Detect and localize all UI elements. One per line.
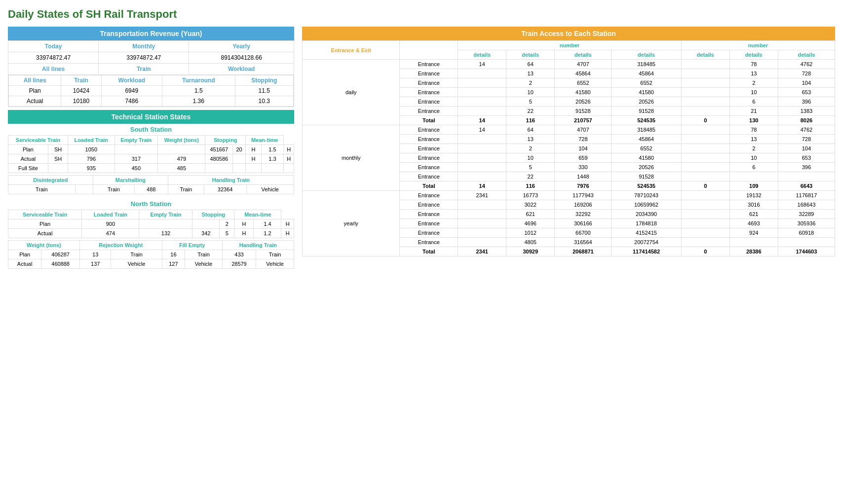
cell-c1: 2341: [458, 247, 506, 256]
cell-c6: 4693: [729, 219, 778, 228]
cell-c5: 0: [681, 181, 729, 191]
cell-c4: 20526: [612, 163, 681, 172]
south-actual-serviceable: 796: [68, 154, 115, 164]
north-col-rejection: Rejection Weight: [80, 241, 162, 250]
south-actual-loaded: 317: [115, 154, 158, 164]
north-plan-meantime-h: H: [281, 219, 294, 229]
north-actual-stopping: 5: [220, 229, 234, 238]
col-yearly: Yearly: [189, 41, 294, 52]
south-plan-meantime-h: H: [284, 145, 294, 154]
cell-c5: [681, 191, 729, 200]
south-col-empty: Empty Train: [115, 136, 158, 145]
cell-c6: 13: [729, 69, 778, 78]
col-monthly: Monthly: [99, 41, 189, 52]
cell-c2: 22: [506, 172, 555, 181]
south-fullsite-label: Full Site: [8, 164, 48, 173]
cell-c1: 14: [458, 181, 506, 191]
cell-c2: 13: [506, 135, 555, 144]
cell-c6: 10: [729, 88, 778, 97]
cell-c6: 28386: [729, 247, 778, 256]
cell-c3: 91528: [555, 107, 612, 116]
yearly-val: 8914304128.66: [189, 52, 294, 64]
cell-c7: 60918: [778, 228, 835, 238]
plan-train: 6949: [101, 86, 162, 96]
row-type: Entrance: [400, 88, 458, 97]
cell-c5: [681, 144, 729, 153]
revenue-section: Transportation Revenue (Yuan) Today Mont…: [8, 27, 294, 107]
north-plan-rejection-unit: Train: [111, 250, 162, 259]
cell-c4: 41580: [612, 88, 681, 97]
cell-c2: 2: [506, 144, 555, 153]
cell-c3: 1177943: [555, 191, 612, 200]
row-type: Entrance: [400, 200, 458, 210]
cell-c3: 210757: [555, 116, 612, 125]
col-entrance-exit: Entrance & Exit: [303, 41, 400, 60]
cell-c1: [458, 107, 506, 116]
details-5: details: [681, 50, 729, 60]
cell-c2: 2: [506, 78, 555, 88]
south-marsh-val: 488: [134, 185, 168, 194]
cell-c2: 4805: [506, 238, 555, 247]
south-col-serviceable: Serviceable Train: [8, 136, 68, 145]
south-plan-stopping-val: 20: [233, 145, 246, 154]
north-actual-empty: 342: [192, 229, 220, 238]
cell-c6: 78: [729, 125, 778, 135]
cell-c5: [681, 172, 729, 181]
south-actual-stopping: [233, 154, 246, 164]
south-dis-train: Train: [8, 185, 76, 194]
col-workload-2: Workload: [101, 75, 162, 86]
north-col-handling: Handling Train: [222, 241, 294, 250]
cell-c7: 396: [778, 163, 835, 172]
north-plan-handling-unit: Train: [256, 250, 294, 259]
row-type: Entrance: [400, 144, 458, 153]
cell-c2: 16773: [506, 191, 555, 200]
cell-c2: 64: [506, 125, 555, 135]
details-7: details: [778, 50, 835, 60]
row-type: Entrance: [400, 210, 458, 219]
cell-c6: 6: [729, 163, 778, 172]
cell-c5: [681, 135, 729, 144]
cell-c7: 1744603: [778, 247, 835, 256]
col-workload: Workload: [189, 64, 294, 75]
cell-c3: 728: [555, 135, 612, 144]
cell-c6: 2: [729, 144, 778, 153]
south-actual-sh: SH: [48, 154, 68, 164]
cell-c4: 6552: [612, 144, 681, 153]
cell-c4: 41580: [612, 153, 681, 163]
north-col-stopping: Stopping: [192, 210, 234, 219]
south-fullsite-loaded: 450: [115, 164, 158, 173]
cell-c5: [681, 69, 729, 78]
row-type: Entrance: [400, 135, 458, 144]
cell-c7: 396: [778, 97, 835, 107]
south-plan-meantime: 1.5: [261, 145, 284, 154]
north-col-weight: Weight (tons): [8, 241, 80, 250]
monthly-val: 33974872.47: [99, 52, 189, 64]
cell-c3: 41580: [555, 88, 612, 97]
actual-alllines: 10180: [61, 96, 101, 107]
south-actual-label: Actual: [8, 154, 48, 164]
south-actual-meantime-h: H: [284, 154, 294, 164]
south-station-label: South Station: [8, 124, 294, 135]
cell-c2: 10: [506, 153, 555, 163]
cell-c2: 30929: [506, 247, 555, 256]
cell-c3: 6552: [555, 78, 612, 88]
north-actual-rejection-unit: Vehicle: [111, 259, 162, 269]
cell-c4: 524535: [612, 116, 681, 125]
cell-c7: 305936: [778, 219, 835, 228]
row-type: Entrance: [400, 78, 458, 88]
cell-c7: 1383: [778, 107, 835, 116]
details-3: details: [555, 50, 612, 60]
cell-c6: 2: [729, 78, 778, 88]
south-fullsite-pad1: [205, 164, 233, 173]
col-turnaround: Turnaround: [162, 75, 235, 86]
cell-c5: [681, 97, 729, 107]
south-actual-meantime: 1.3: [261, 154, 284, 164]
cell-c5: [681, 238, 729, 247]
north-actual-fillempty-unit: Vehicle: [185, 259, 223, 269]
cell-c6: 621: [729, 210, 778, 219]
cell-c7: 1176817: [778, 191, 835, 200]
today-val: 33974872.47: [8, 52, 99, 64]
cell-c3: 4707: [555, 60, 612, 69]
south-col-meantime: Mean-time: [246, 136, 284, 145]
south-actual-empty: 479: [158, 154, 205, 164]
